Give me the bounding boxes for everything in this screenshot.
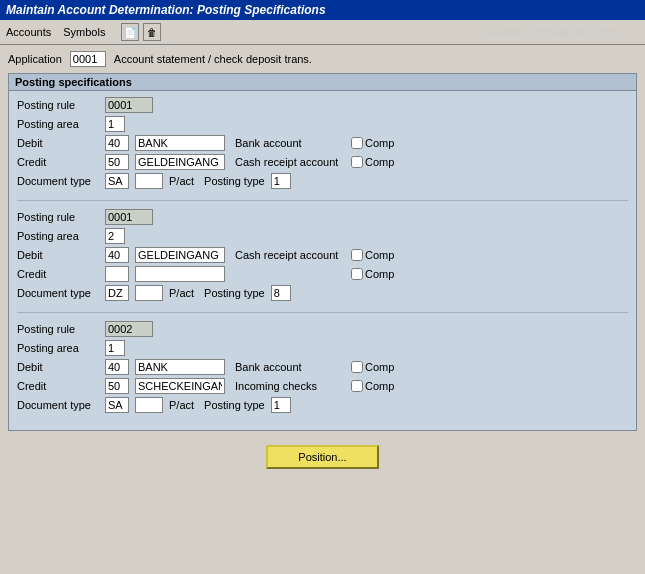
toolbar-icons: 📄 🗑 <box>121 23 161 41</box>
posting-area-input-2[interactable] <box>105 228 125 244</box>
credit-label-1: Credit <box>17 156 99 168</box>
debit-row-2: Debit Cash receipt account Comp <box>17 247 628 263</box>
posting-area-label-3: Posting area <box>17 342 99 354</box>
debit-comp-check-3[interactable]: Comp <box>351 361 394 373</box>
posting-type-label-3: Posting type <box>204 399 265 411</box>
debit-row-3: Debit Bank account Comp <box>17 359 628 375</box>
posting-type-input-3[interactable] <box>271 397 291 413</box>
credit-label-3: Credit <box>17 380 99 392</box>
credit-row-2: Credit Comp <box>17 266 628 282</box>
posting-rule-row-2: Posting rule <box>17 209 628 225</box>
debit-comp-label-1: Comp <box>365 137 394 149</box>
debit-account-3[interactable] <box>135 359 225 375</box>
posting-rule-row-1: Posting rule <box>17 97 628 113</box>
menu-symbols[interactable]: Symbols <box>63 26 105 38</box>
pact-label-1: P/act <box>169 175 194 187</box>
posting-area-row-2: Posting area <box>17 228 628 244</box>
posting-rule-input-2[interactable] <box>105 209 153 225</box>
doctype-label-1: Document type <box>17 175 99 187</box>
doctype-input-1[interactable] <box>105 173 129 189</box>
debit-num-3[interactable] <box>105 359 129 375</box>
credit-comp-label-1-b: Comp <box>365 156 394 168</box>
debit-comp-label-3: Comp <box>365 361 394 373</box>
application-description: Account statement / check deposit trans. <box>114 53 312 65</box>
pact-input-1[interactable] <box>135 173 163 189</box>
credit-account-3[interactable] <box>135 378 225 394</box>
new-document-icon[interactable]: 📄 <box>121 23 139 41</box>
credit-row-3: Credit Incoming checks Comp <box>17 378 628 394</box>
application-row: Application Account statement / check de… <box>8 51 637 67</box>
posting-type-label-2: Posting type <box>204 287 265 299</box>
bottom-bar: Position... <box>0 437 645 477</box>
debit-num-1[interactable] <box>105 135 129 151</box>
posting-specs-panel: Posting specifications Posting rule Post… <box>8 73 637 431</box>
credit-comp-checkbox-1[interactable] <box>351 156 363 168</box>
doctype-label-2: Document type <box>17 287 99 299</box>
debit-account-1[interactable] <box>135 135 225 151</box>
credit-num-3[interactable] <box>105 378 129 394</box>
application-label: Application <box>8 53 62 65</box>
posting-rule-label-1: Posting rule <box>17 99 99 111</box>
posting-area-label-1: Posting area <box>17 118 99 130</box>
posting-area-label-2: Posting area <box>17 230 99 242</box>
debit-comp-checkbox-1[interactable] <box>351 137 363 149</box>
credit-comp-checkbox-3[interactable] <box>351 380 363 392</box>
posting-area-row-1: Posting area <box>17 116 628 132</box>
debit-row-1: Debit Bank account Comp <box>17 135 628 151</box>
posting-rule-row-3: Posting rule <box>17 321 628 337</box>
pact-label-3: P/act <box>169 399 194 411</box>
credit-row-1: Credit Cash receipt account Comp <box>17 154 628 170</box>
debit-num-2[interactable] <box>105 247 129 263</box>
posting-type-input-2[interactable] <box>271 285 291 301</box>
debit-comp-checkbox-2[interactable] <box>351 249 363 261</box>
credit-comp-check-3[interactable]: Comp <box>351 380 394 392</box>
debit-comp-check-2[interactable]: Comp <box>351 249 394 261</box>
posting-type-label-1: Posting type <box>204 175 265 187</box>
credit-num-2[interactable] <box>105 266 129 282</box>
posting-type-input-1[interactable] <box>271 173 291 189</box>
posting-rule-label-2: Posting rule <box>17 211 99 223</box>
doctype-row-1: Document type P/act Posting type <box>17 173 628 189</box>
credit-comp-checkbox-2[interactable] <box>351 268 363 280</box>
section-3: Posting rule Posting area Debit Bank acc… <box>17 321 628 424</box>
debit-label-2: Debit <box>17 249 99 261</box>
credit-account-1[interactable] <box>135 154 225 170</box>
credit-account-2[interactable] <box>135 266 225 282</box>
title-bar: Maintain Account Determination: Posting … <box>0 0 645 20</box>
credit-account-desc-1: Cash receipt account <box>235 156 345 168</box>
doctype-input-2[interactable] <box>105 285 129 301</box>
position-button[interactable]: Position... <box>266 445 378 469</box>
pact-input-3[interactable] <box>135 397 163 413</box>
debit-comp-checkbox-3[interactable] <box>351 361 363 373</box>
credit-label-2: Credit <box>17 268 99 280</box>
doctype-input-3[interactable] <box>105 397 129 413</box>
posting-area-input-3[interactable] <box>105 340 125 356</box>
credit-comp-label-3-b: Comp <box>365 380 394 392</box>
debit-account-desc-1: Bank account <box>235 137 345 149</box>
posting-rule-input-3[interactable] <box>105 321 153 337</box>
posting-area-row-3: Posting area <box>17 340 628 356</box>
application-input[interactable] <box>70 51 106 67</box>
pact-input-2[interactable] <box>135 285 163 301</box>
credit-account-desc-3: Incoming checks <box>235 380 345 392</box>
panel-header: Posting specifications <box>9 74 636 91</box>
posting-area-input-1[interactable] <box>105 116 125 132</box>
delete-icon[interactable]: 🗑 <box>143 23 161 41</box>
credit-num-1[interactable] <box>105 154 129 170</box>
debit-account-desc-2: Cash receipt account <box>235 249 345 261</box>
credit-comp-check-2[interactable]: Comp <box>351 268 394 280</box>
section-1: Posting rule Posting area Debit Bank acc… <box>17 97 628 201</box>
main-content: Application Account statement / check de… <box>0 45 645 437</box>
section-2: Posting rule Posting area Debit Cash rec… <box>17 209 628 313</box>
credit-comp-check-1[interactable]: Comp <box>351 156 394 168</box>
posting-rule-input-1[interactable] <box>105 97 153 113</box>
menu-accounts[interactable]: Accounts <box>6 26 51 38</box>
debit-account-2[interactable] <box>135 247 225 263</box>
doctype-label-3: Document type <box>17 399 99 411</box>
debit-label-1: Debit <box>17 137 99 149</box>
debit-account-desc-3: Bank account <box>235 361 345 373</box>
debit-label-3: Debit <box>17 361 99 373</box>
credit-comp-label-2-b: Comp <box>365 268 394 280</box>
watermark: © www.tutorialkart.com <box>476 24 619 40</box>
debit-comp-check-1[interactable]: Comp <box>351 137 394 149</box>
